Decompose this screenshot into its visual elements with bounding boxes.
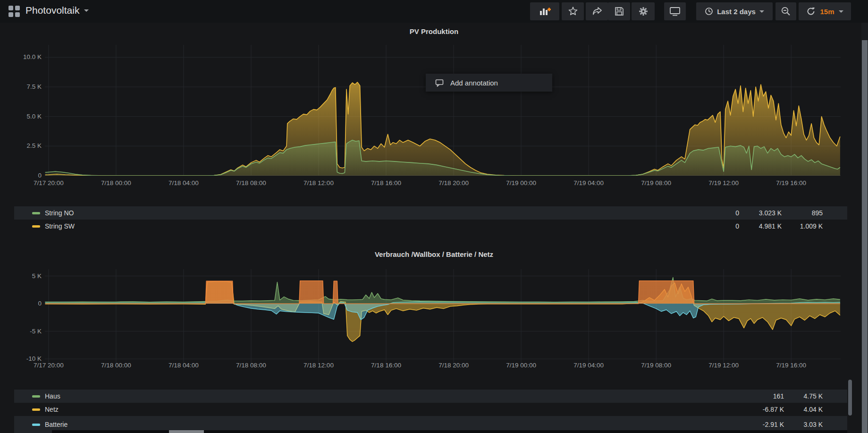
- save-dashboard-button[interactable]: [608, 2, 630, 20]
- series-label[interactable]: String NO: [45, 209, 74, 217]
- x-axis-label: 7/18 20:00: [432, 179, 475, 187]
- series-color-swatch: [32, 408, 40, 411]
- legend-row-string-sw[interactable]: String SW 0 4.981 K 1.009 K: [14, 220, 847, 233]
- x-axis-label: 7/18 00:00: [95, 362, 137, 369]
- y-axis-label: 10.0 K: [9, 53, 42, 60]
- x-axis-label: 7/19 08:00: [635, 362, 677, 369]
- refresh-picker[interactable]: 15m: [799, 2, 851, 20]
- x-axis-label: 7/18 04:00: [162, 362, 205, 369]
- zoom-out-time-button[interactable]: [775, 2, 796, 20]
- series-color-swatch: [32, 225, 40, 228]
- refresh-interval-label: 15m: [820, 8, 834, 16]
- legend-row-haus[interactable]: Haus 161 4.75 K: [14, 390, 847, 403]
- y-axis-label: 7.5 K: [9, 83, 42, 90]
- star-dashboard-button[interactable]: [562, 2, 584, 20]
- dashboard-title-picker[interactable]: Photovoltaik: [25, 5, 89, 16]
- comment-bubble-icon: [435, 79, 444, 87]
- gear-icon: [638, 6, 649, 17]
- series-avg: 895: [771, 209, 823, 217]
- panel-title-pv-produktion[interactable]: PV Produktion: [0, 27, 868, 35]
- series-color-swatch: [32, 212, 40, 214]
- x-axis-label: 7/19 12:00: [702, 362, 745, 369]
- panel-title-verbrauch[interactable]: Verbrauch /Wallbox / Batterie / Netz: [0, 250, 868, 258]
- share-dashboard-button[interactable]: [586, 2, 608, 20]
- series-max: 3.03 K: [771, 421, 823, 428]
- x-axis-label: 7/18 12:00: [297, 179, 340, 187]
- add-annotation-menu-item[interactable]: Add annotation: [426, 74, 552, 92]
- x-axis-label: 7/18 12:00: [297, 362, 340, 369]
- x-axis-label: 7/18 00:00: [95, 179, 137, 187]
- y-axis-label: 5.0 K: [9, 113, 42, 120]
- add-panel-button[interactable]: [530, 2, 559, 20]
- dashboard-title: Photovoltaik: [25, 5, 79, 16]
- clock-icon: [705, 7, 713, 16]
- refresh-icon: [806, 7, 816, 16]
- x-axis-label: 7/18 08:00: [230, 362, 272, 369]
- time-range-picker[interactable]: Last 2 days: [696, 2, 773, 20]
- legend-scrollbar-thumb[interactable]: [848, 380, 852, 416]
- legend-row-string-no[interactable]: String NO 0 3.023 K 895: [14, 206, 847, 220]
- y-axis-label: 0: [9, 300, 42, 307]
- chevron-down-icon: [839, 10, 843, 13]
- y-axis-label: 5 K: [9, 272, 42, 280]
- x-axis-label: 7/17 20:00: [27, 362, 70, 369]
- x-axis-label: 7/18 08:00: [230, 179, 272, 187]
- magnifier-minus-icon: [781, 6, 791, 17]
- x-axis-label: 7/19 08:00: [635, 179, 677, 187]
- series-label[interactable]: Haus: [45, 392, 60, 400]
- x-axis-label: 7/18 16:00: [365, 179, 407, 187]
- tv-monitor-icon: [669, 6, 681, 17]
- x-axis-label: 7/19 16:00: [770, 179, 812, 187]
- dashboard-settings-button[interactable]: [632, 2, 655, 20]
- series-label[interactable]: Netz: [45, 406, 59, 413]
- add-annotation-label: Add annotation: [450, 79, 498, 87]
- save-icon: [615, 7, 624, 16]
- x-axis-label: 7/19 00:00: [500, 362, 542, 369]
- x-axis-label: 7/19 12:00: [702, 179, 745, 187]
- verbrauch-chart[interactable]: [45, 269, 841, 365]
- y-axis-label: 0: [9, 172, 42, 179]
- legend-row-netz[interactable]: Netz -6.87 K 4.04 K: [14, 403, 847, 416]
- x-axis-label: 7/18 16:00: [365, 362, 407, 369]
- x-axis-label: 7/19 00:00: [500, 179, 542, 187]
- x-axis-label: 7/18 20:00: [432, 362, 475, 369]
- series-color-swatch: [32, 395, 40, 398]
- horizontal-scrollbar-thumb[interactable]: [169, 430, 204, 433]
- x-axis-label: 7/19 04:00: [567, 179, 610, 187]
- chevron-down-icon: [84, 9, 89, 12]
- add-panel-icon: [539, 6, 551, 17]
- pv-produktion-chart[interactable]: [45, 45, 841, 178]
- time-range-label: Last 2 days: [717, 8, 756, 16]
- y-axis-label: 2.5 K: [9, 142, 42, 149]
- star-icon: [567, 6, 579, 17]
- x-axis-label: 7/17 20:00: [27, 179, 70, 187]
- series-max: 4.75 K: [771, 392, 823, 400]
- series-max: 4.04 K: [771, 406, 823, 413]
- series-label[interactable]: Batterie: [45, 421, 67, 428]
- x-axis-label: 7/19 16:00: [770, 362, 812, 369]
- x-axis-label: 7/18 04:00: [162, 179, 205, 187]
- chevron-down-icon: [759, 10, 764, 13]
- series-label[interactable]: String SW: [45, 222, 75, 230]
- share-icon: [592, 7, 602, 16]
- navbar: Photovoltaik: [0, 0, 868, 23]
- x-axis-label: 7/19 04:00: [567, 362, 610, 369]
- series-color-swatch: [32, 424, 40, 426]
- vertical-scrollbar-thumb[interactable]: [862, 40, 868, 433]
- series-avg: 1.009 K: [771, 222, 823, 230]
- y-axis-label: -10 K: [9, 355, 42, 362]
- grafana-apps-logo-icon[interactable]: [8, 6, 20, 17]
- y-axis-label: -5 K: [9, 328, 42, 335]
- cycle-view-mode-button[interactable]: [664, 2, 686, 20]
